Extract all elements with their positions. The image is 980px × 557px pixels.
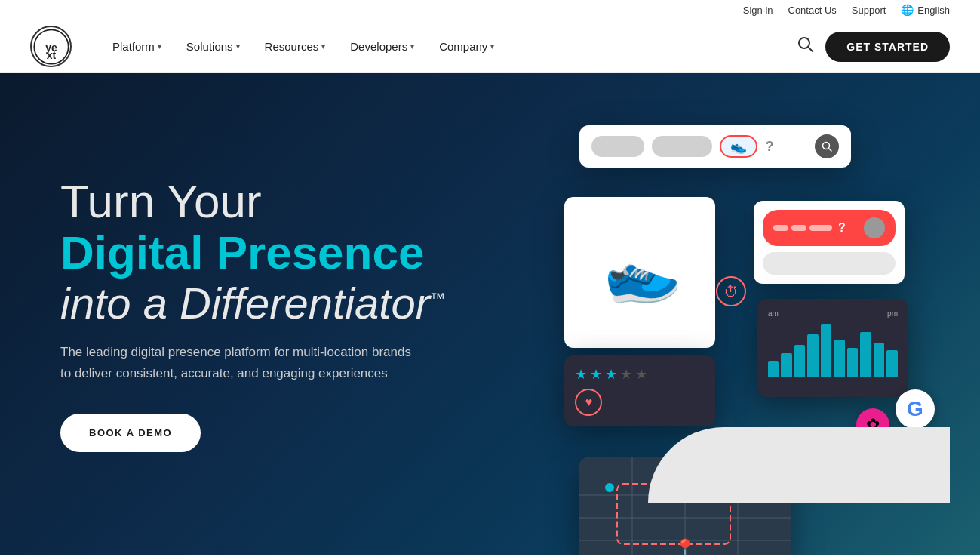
bottom-wave <box>648 427 950 503</box>
star-2: ★ <box>590 366 602 383</box>
bar-10 <box>886 350 898 377</box>
heart-icon: ♥ <box>575 389 602 416</box>
globe-icon: 🌐 <box>901 4 914 16</box>
chart-label-pm: pm <box>887 309 898 318</box>
chart-label-am: am <box>768 309 779 318</box>
chat-reply <box>763 252 896 275</box>
nav-right: GET STARTED <box>797 32 950 62</box>
sign-in-link[interactable]: Sign in <box>743 5 773 16</box>
map-pin-icon: 📍 <box>674 538 696 555</box>
book-demo-button[interactable]: BOOK A DEMO <box>60 414 201 452</box>
star-4: ★ <box>620 366 632 383</box>
product-card: 👟 <box>564 197 715 348</box>
stars-row: ★ ★ ★ ★ ★ <box>575 366 705 383</box>
platform-chevron-icon: ▾ <box>158 42 161 51</box>
shoe-image: 👟 <box>594 229 686 317</box>
chart-labels: am pm <box>768 309 898 318</box>
resources-chevron-icon: ▾ <box>321 42 325 51</box>
nav-platform[interactable]: Platform ▾ <box>102 34 172 59</box>
svg-point-14 <box>605 483 614 492</box>
nav-links: Platform ▾ Solutions ▾ Resources ▾ Devel… <box>102 34 797 59</box>
search-shoe-icon: 👟 <box>720 135 757 158</box>
bar-1 <box>768 361 779 377</box>
support-link[interactable]: Support <box>852 5 886 16</box>
search-pill-1 <box>591 136 644 157</box>
chart-bars <box>768 324 898 377</box>
star-5: ★ <box>635 366 647 383</box>
nav-resources[interactable]: Resources ▾ <box>254 34 336 59</box>
clock-decoration: ⏱ <box>716 276 746 306</box>
hero-title-line2: Digital Presence <box>60 227 549 278</box>
nav-developers[interactable]: Developers ▾ <box>339 34 425 59</box>
nav-solutions[interactable]: Solutions ▾ <box>176 34 250 59</box>
chat-dots <box>773 225 832 231</box>
hero-title-line3: into a Differentiator™ <box>60 279 549 328</box>
star-3: ★ <box>605 366 617 383</box>
chat-question-icon: ? <box>838 221 846 235</box>
logo-circle: ye xt <box>30 26 72 67</box>
solutions-chevron-icon: ▾ <box>236 42 240 51</box>
search-card: 👟 ? <box>579 125 851 168</box>
search-circle-icon <box>815 134 839 158</box>
star-1: ★ <box>575 366 587 383</box>
bar-4 <box>807 334 819 377</box>
search-question-icon: ? <box>765 139 773 155</box>
bar-6 <box>834 340 845 377</box>
chat-dot-3 <box>809 225 832 231</box>
utility-bar: Sign in Contact Us Support 🌐 English <box>0 0 980 20</box>
chat-card: ? <box>754 201 905 284</box>
chat-bubble: ? <box>763 210 896 246</box>
main-navbar: ye xt Platform ▾ Solutions ▾ Resources ▾… <box>0 20 980 73</box>
chat-dot-1 <box>773 225 788 231</box>
chat-dot-2 <box>791 225 806 231</box>
bar-3 <box>794 345 806 377</box>
svg-text:xt: xt <box>46 48 56 60</box>
chat-avatar <box>864 217 885 238</box>
search-pill-2 <box>652 136 712 157</box>
search-icon <box>797 36 814 57</box>
hero-subtitle: The leading digital presence platform fo… <box>60 342 422 383</box>
contact-us-link[interactable]: Contact Us <box>788 5 837 16</box>
hero-illustration: 👟 ? 👟 ? <box>549 125 950 503</box>
svg-line-6 <box>829 149 832 152</box>
hero-content: Turn Your Digital Presence into a Differ… <box>60 176 549 452</box>
svg-line-4 <box>809 48 813 52</box>
bar-2 <box>781 353 792 377</box>
company-chevron-icon: ▾ <box>490 42 494 51</box>
google-g-letter: G <box>907 397 923 421</box>
hero-title-line1: Turn Your <box>60 176 549 227</box>
developers-chevron-icon: ▾ <box>410 42 414 51</box>
get-started-button[interactable]: GET STARTED <box>825 32 950 62</box>
bar-5 <box>821 324 832 377</box>
bar-8 <box>860 332 871 377</box>
language-selector[interactable]: 🌐 English <box>901 4 950 16</box>
bar-7 <box>847 348 859 377</box>
google-icon: G <box>896 389 935 429</box>
nav-company[interactable]: Company ▾ <box>429 34 505 59</box>
bar-9 <box>874 343 885 377</box>
hero-section: Turn Your Digital Presence into a Differ… <box>0 73 980 555</box>
stars-card: ★ ★ ★ ★ ★ ♥ <box>564 355 715 426</box>
language-label: English <box>917 5 950 16</box>
search-button[interactable] <box>797 36 814 57</box>
chart-card: am pm <box>757 299 908 397</box>
logo[interactable]: ye xt <box>30 26 72 67</box>
